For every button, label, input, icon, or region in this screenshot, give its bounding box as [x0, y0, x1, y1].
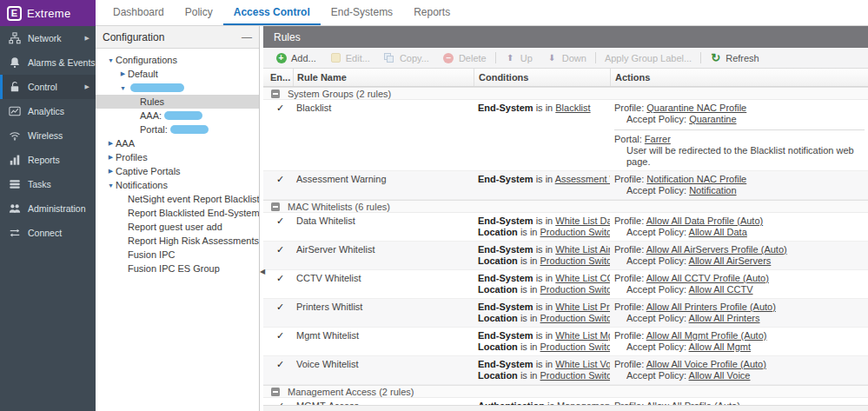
- tree-item-aaa[interactable]: AAA:: [96, 109, 259, 123]
- rule-row-voice-whitelist[interactable]: ✓Voice WhitelistEnd-System is in White L…: [263, 356, 868, 385]
- tree-expanded-icon[interactable]: ▼: [118, 85, 128, 91]
- toolbar-button-refresh[interactable]: ↻Refresh: [710, 52, 759, 63]
- top-nav-item-access-control[interactable]: Access Control: [223, 0, 321, 25]
- condition-link[interactable]: White List Printers: [555, 302, 610, 312]
- toolbar-button-down[interactable]: ⬇Down: [547, 52, 586, 63]
- sidebar-item-connect[interactable]: Connect: [0, 221, 96, 245]
- tree-item-aaa[interactable]: ▶AAA: [96, 136, 259, 150]
- tree-item-notifications[interactable]: ▼Notifications: [96, 178, 259, 192]
- tree-item-report-blacklisted-end-system-has-beer[interactable]: Report Blacklisted End-System has beer: [96, 206, 259, 220]
- top-nav-item-end-systems[interactable]: End-Systems: [321, 0, 403, 25]
- group-collapse-icon[interactable]: [271, 388, 280, 396]
- column-header-conditions[interactable]: Conditions: [474, 69, 610, 86]
- action-profile-link[interactable]: Allow All AirServers Profile (Auto): [646, 244, 787, 255]
- condition-link[interactable]: Production Switches: [540, 370, 610, 381]
- condition-link[interactable]: Production Switches: [540, 255, 610, 266]
- rule-row-printers-whitlist[interactable]: ✓Printers WhitlistEnd-System is in White…: [263, 299, 868, 328]
- tree-expanded-icon[interactable]: ▼: [106, 57, 116, 63]
- toolbar-button-edit[interactable]: Edit...: [330, 52, 370, 63]
- action-accept-link[interactable]: Allow All AirServers: [689, 255, 772, 266]
- tree-item-profiles[interactable]: ▶Profiles: [96, 150, 259, 164]
- action-accept-link[interactable]: Allow All Data: [689, 227, 747, 237]
- tree-item-fusion-ipc[interactable]: Fusion IPC: [96, 248, 259, 262]
- sidebar-item-tasks[interactable]: Tasks: [0, 172, 96, 196]
- sidebar-item-administration[interactable]: Administration: [0, 196, 96, 221]
- tree-item-captive-portals[interactable]: ▶Captive Portals: [96, 164, 259, 178]
- condition-link[interactable]: White List AirServe: [555, 244, 610, 255]
- sidebar-item-wireless[interactable]: Wireless: [0, 123, 96, 148]
- column-header-rule-name[interactable]: Rule Name: [293, 69, 474, 86]
- action-profile-link[interactable]: Allow All Mgmt Profile (Auto): [646, 330, 767, 341]
- rule-row-data-whitelist[interactable]: ✓Data WhitelistEnd-System is in White Li…: [263, 213, 868, 242]
- top-nav-item-reports[interactable]: Reports: [403, 0, 461, 25]
- tree-item-portal[interactable]: Portal:: [96, 123, 259, 136]
- action-profile-link[interactable]: Quarantine NAC Profile: [646, 103, 746, 113]
- action-portal-link[interactable]: Farrer: [645, 134, 671, 144]
- sidebar-item-alarms-events[interactable]: Alarms & Events: [0, 50, 96, 75]
- condition-link[interactable]: White List Mgmt: [555, 330, 610, 341]
- rule-row-blacklist[interactable]: ✓BlacklistEnd-System is in BlacklistProf…: [263, 100, 868, 171]
- toolbar-button-apply-group-label[interactable]: Apply Group Label...: [605, 53, 692, 63]
- rule-row-mgmt-access[interactable]: ✓MGMT-AccessAuthentication is Management…: [263, 398, 868, 405]
- tree-collapsed-icon[interactable]: ▶: [106, 140, 116, 147]
- group-collapse-icon[interactable]: [271, 202, 280, 211]
- action-profile-link[interactable]: Allow All Data Profile (Auto): [646, 215, 764, 226]
- group-collapse-icon[interactable]: [271, 89, 280, 98]
- rule-row-airserver-whitelist[interactable]: ✓AirServer WhitelistEnd-System is in Whi…: [263, 242, 868, 270]
- tree-item-report-high-risk-assessments[interactable]: Report High Risk Assessments: [96, 234, 259, 248]
- toolbar-button-up[interactable]: ⬆Up: [505, 52, 533, 63]
- tree-item-netsight-event-report-blacklisted-end-s[interactable]: NetSight event Report Blacklisted End-S: [96, 192, 259, 206]
- action-accept-link[interactable]: Allow All CCTV: [689, 284, 753, 295]
- rule-row-mgmt-whitelist[interactable]: ✓Mgmt WhitelistEnd-System is in White Li…: [263, 328, 868, 356]
- toolbar-button-delete[interactable]: −Delete: [443, 52, 487, 63]
- sidebar-item-control[interactable]: Control▶: [0, 75, 96, 99]
- action-accept-link[interactable]: Allow All Printers: [689, 313, 760, 323]
- refresh-icon: ↻: [710, 52, 721, 63]
- sidebar-item-network[interactable]: Network▶: [0, 26, 96, 50]
- column-header-actions[interactable]: Actions: [610, 69, 868, 86]
- splitter-collapse-icon[interactable]: ◀: [260, 268, 265, 275]
- condition-link[interactable]: Blacklist: [555, 103, 590, 113]
- top-nav-item-policy[interactable]: Policy: [175, 0, 223, 25]
- rule-row-cctv-whitelist[interactable]: ✓CCTV WhitelistEnd-System is in White Li…: [263, 270, 868, 299]
- sidebar-item-analytics[interactable]: Analytics: [0, 99, 96, 123]
- group-header-system-groups-2-rules: System Groups (2 rules): [263, 87, 868, 100]
- condition-link[interactable]: White List CCTV: [555, 273, 610, 283]
- condition-link[interactable]: White List Voice: [555, 359, 610, 369]
- tree-item-report-guest-user-add[interactable]: Report guest user add: [96, 220, 259, 234]
- top-nav-item-dashboard[interactable]: Dashboard: [103, 0, 175, 25]
- condition-link[interactable]: Production Switches: [540, 227, 610, 237]
- tree-collapsed-icon[interactable]: ▶: [106, 168, 116, 175]
- condition-link[interactable]: White List Data: [555, 215, 610, 226]
- action-profile-link[interactable]: Notification NAC Profile: [646, 174, 746, 184]
- rule-name: Mgmt Whitelist: [293, 328, 474, 355]
- tree-collapsed-icon[interactable]: ▶: [106, 154, 116, 161]
- column-header-en[interactable]: En...: [263, 69, 293, 86]
- action-accept-link[interactable]: Notification: [689, 185, 736, 196]
- action-profile-link[interactable]: Allow All Voice Profile (Auto): [646, 359, 766, 369]
- panel-collapse-icon[interactable]: —: [242, 33, 252, 42]
- condition-link[interactable]: Production Switches: [540, 341, 610, 352]
- action-profile-link[interactable]: Allow All Printers Profile (Auto): [646, 302, 776, 312]
- action-accept-link[interactable]: Allow All Mgmt: [689, 341, 752, 352]
- condition-link[interactable]: Production Switches: [540, 284, 610, 295]
- tree-item-default[interactable]: ▶Default: [96, 67, 259, 81]
- rule-enabled-cell: ✓: [263, 213, 293, 241]
- toolbar-button-add[interactable]: +Add...: [275, 52, 316, 63]
- tree-item-configurations[interactable]: ▼Configurations: [96, 53, 259, 67]
- rule-row-assessment-warning[interactable]: ✓Assessment WarningEnd-System is in Asse…: [263, 171, 868, 200]
- tree-expanded-icon[interactable]: ▼: [106, 182, 116, 189]
- horizontal-scrollbar[interactable]: [263, 405, 868, 411]
- condition-link[interactable]: Production Switches: [540, 313, 610, 323]
- sidebar-item-reports[interactable]: Reports: [0, 148, 96, 172]
- delete-icon: −: [443, 52, 454, 63]
- action-profile-link[interactable]: Allow All CCTV Profile (Auto): [646, 273, 769, 283]
- tree-collapsed-icon[interactable]: ▶: [118, 70, 128, 77]
- action-accept-link[interactable]: Quarantine: [689, 114, 736, 124]
- action-accept-link[interactable]: Allow All Voice: [689, 370, 751, 381]
- tree-item-redacted[interactable]: ▼: [96, 81, 259, 95]
- tree-item-rules[interactable]: Rules: [96, 95, 259, 109]
- toolbar-button-copy[interactable]: Copy...: [384, 52, 429, 63]
- tree-item-fusion-ipc-es-group[interactable]: Fusion IPC ES Group: [96, 262, 259, 275]
- condition-link[interactable]: Assessment Warning: [555, 174, 610, 184]
